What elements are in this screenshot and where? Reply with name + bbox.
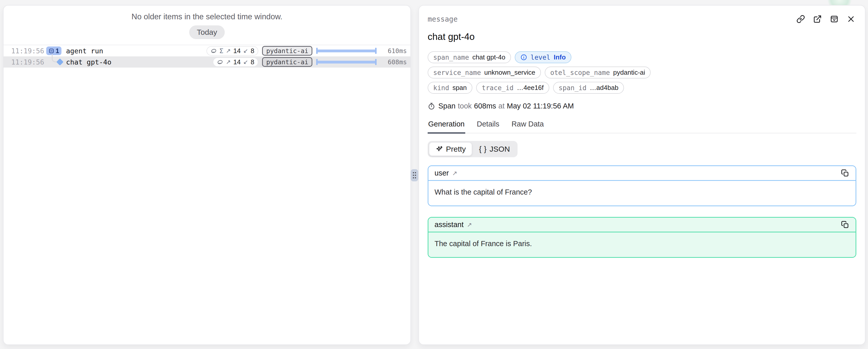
- row-timestamp: 11:19:56: [11, 58, 41, 66]
- tag-value: …ad4bab: [590, 84, 618, 92]
- tokens-out-icon: ↙: [243, 47, 248, 54]
- tag-key: otel_scope_name: [550, 69, 610, 76]
- child-count: 1: [56, 47, 59, 55]
- tag-key: span_name: [433, 54, 469, 61]
- role-link-icon: ↗: [467, 221, 472, 228]
- today-button[interactable]: Today: [189, 25, 225, 39]
- tab-details[interactable]: Details: [476, 120, 500, 134]
- duration-label: 610ms: [380, 47, 407, 55]
- dock-panel-button[interactable]: [829, 14, 839, 24]
- timing-span-word: Span: [438, 102, 456, 110]
- message-text: The capital of France is Paris.: [428, 232, 856, 257]
- copy-message-button[interactable]: [840, 220, 849, 229]
- level-badge[interactable]: level Info: [515, 51, 571, 63]
- tag-key: kind: [433, 84, 449, 92]
- tokens-out-icon: ↙: [243, 59, 248, 65]
- braces-icon: { }: [479, 145, 487, 153]
- copy-link-button[interactable]: [796, 14, 806, 24]
- span-name: chat gpt-4o: [66, 58, 112, 66]
- tag-value: span: [453, 84, 467, 92]
- tab-generation[interactable]: Generation: [428, 120, 465, 134]
- span-kind-label: message: [428, 15, 458, 23]
- badge-zone: [41, 56, 66, 68]
- copy-message-button[interactable]: [840, 169, 849, 178]
- open-in-new-button[interactable]: [813, 14, 822, 24]
- span-name: agent run: [66, 47, 103, 55]
- tokens-out-count: 8: [251, 58, 254, 66]
- timing-took-word: took: [458, 102, 472, 110]
- bar-fill: [317, 61, 375, 64]
- message-card-assistant: assistant ↗ The capital of France is Par…: [428, 217, 856, 258]
- message-card-header: user ↗: [428, 166, 856, 181]
- timing-at-word: at: [498, 102, 505, 110]
- stopwatch-icon: [428, 102, 435, 110]
- link-icon: [796, 15, 805, 23]
- bar-end-cap: [375, 48, 377, 54]
- panel-resize-handle[interactable]: [411, 169, 418, 181]
- role-label[interactable]: assistant: [435, 220, 463, 229]
- tag-trace-id[interactable]: trace_id …4ee16f: [476, 82, 549, 94]
- tab-raw-data[interactable]: Raw Data: [511, 120, 544, 134]
- json-view-button[interactable]: { } JSON: [473, 142, 516, 156]
- detail-tabs: Generation Details Raw Data: [428, 120, 856, 133]
- close-icon: [847, 15, 855, 23]
- token-coin-icon: [217, 59, 223, 65]
- token-coin-icon: [211, 48, 217, 54]
- tag-value: …4ee16f: [517, 84, 544, 92]
- close-panel-button[interactable]: [846, 14, 856, 24]
- bar-end-cap: [375, 59, 377, 65]
- message-card-user: user ↗ What is the capital of France?: [428, 165, 856, 206]
- scope-tag[interactable]: pydantic-ai: [262, 57, 312, 67]
- copy-icon: [841, 169, 849, 177]
- tokens-out-count: 8: [251, 47, 254, 55]
- detail-header: message: [419, 6, 865, 24]
- view-mode-toggle: Pretty { } JSON: [428, 141, 518, 157]
- scope-tag[interactable]: pydantic-ai: [262, 46, 312, 56]
- tag-row: kind span trace_id …4ee16f span_id …ad4b…: [428, 82, 856, 94]
- external-link-icon: [813, 15, 822, 23]
- span-tags: span_name chat gpt-4o level Info service…: [428, 51, 856, 94]
- pretty-label: Pretty: [446, 145, 466, 153]
- message-text: What is the capital of France?: [428, 181, 856, 205]
- span-title: chat gpt-4o: [428, 31, 856, 42]
- role-label[interactable]: user: [435, 169, 449, 177]
- timing-datetime: May 02 11:19:56 AM: [507, 102, 574, 110]
- pretty-view-button[interactable]: Pretty: [429, 142, 472, 156]
- duration-bar: [316, 47, 377, 55]
- empty-window-notice: No older items in the selected time wind…: [4, 6, 410, 21]
- square-minus-icon: [49, 48, 54, 54]
- usage-pill: ↗ 14 ↙ 8: [213, 57, 258, 67]
- tag-row: span_name chat gpt-4o level Info: [428, 51, 856, 63]
- role-link-icon: ↗: [452, 170, 457, 177]
- tag-value: unknown_service: [484, 69, 535, 76]
- row-right: ↗ 14 ↙ 8 pydantic-ai 608ms: [213, 57, 407, 67]
- sparkles-icon: [435, 145, 443, 153]
- tokens-in-icon: ↗: [226, 47, 230, 54]
- tag-key: trace_id: [482, 84, 514, 92]
- message-card-header: assistant ↗: [428, 218, 856, 232]
- bar-fill: [317, 50, 375, 52]
- tokens-in-icon: ↗: [226, 59, 230, 65]
- json-label: JSON: [490, 145, 510, 153]
- info-icon: [520, 54, 527, 61]
- span-row-agent-run[interactable]: 11:19:56 1 agent run Σ ↗: [4, 45, 410, 56]
- timing-duration: 608ms: [474, 102, 496, 110]
- duration-label: 608ms: [380, 58, 407, 66]
- row-timestamp: 11:19:56: [11, 47, 41, 55]
- span-row-chat-gpt-4o[interactable]: 11:19:56 chat gpt-4o ↗ 14 ↙ 8 pydantic-a…: [4, 56, 410, 68]
- today-row: Today: [4, 25, 410, 39]
- tag-value: chat gpt-4o: [472, 53, 505, 61]
- span-timing: Span took 608ms at May 02 11:19:56 AM: [428, 102, 856, 110]
- tag-key: span_id: [559, 84, 587, 92]
- tag-kind[interactable]: kind span: [428, 82, 472, 94]
- span-detail-panel: message: [418, 5, 865, 345]
- timeline-panel: No older items in the selected time wind…: [3, 5, 411, 345]
- tag-span-name[interactable]: span_name chat gpt-4o: [428, 51, 511, 63]
- panel-collapse-icon: [830, 15, 839, 23]
- grip-dots-icon: [412, 171, 417, 180]
- tag-span-id[interactable]: span_id …ad4bab: [553, 82, 624, 94]
- tag-service-name[interactable]: service_name unknown_service: [428, 67, 541, 78]
- tokens-in-count: 14: [234, 58, 241, 66]
- tag-otel-scope-name[interactable]: otel_scope_name pydantic-ai: [545, 67, 651, 78]
- usage-pill: Σ ↗ 14 ↙ 8: [207, 46, 258, 56]
